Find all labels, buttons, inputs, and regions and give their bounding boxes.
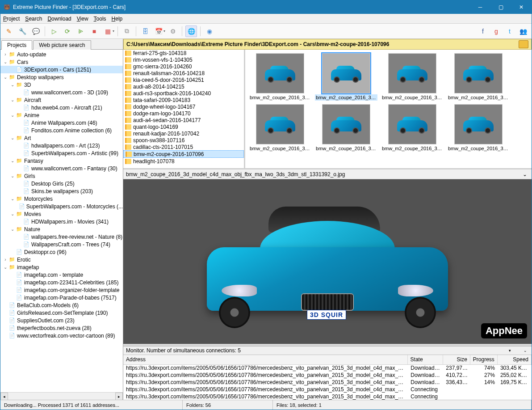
notes-button[interactable]: 💬 [30, 25, 42, 37]
monitor-dropdown-icon[interactable]: ▾ [507, 348, 513, 353]
facebook-icon[interactable]: f [477, 25, 489, 37]
tree-item[interactable]: 📄GirlsReleased.com-SetTemplate (190) [0, 309, 123, 317]
folder-item[interactable]: audi-a4-sedan-2016-104177 [123, 117, 244, 123]
tree-item[interactable]: 📄HDWallpapers.im - Movies (341) [0, 218, 123, 225]
tree-item[interactable]: 📄BellaClub.com-Models (6) [0, 301, 123, 309]
tree-item[interactable]: 📄Desktop Girls (25) [0, 180, 123, 187]
project-tree[interactable]: ›📁Auto-update⌄📁Cars📄3DExport.com - Cars … [0, 50, 123, 392]
info-button[interactable]: ◉ [204, 25, 215, 37]
minimize-button[interactable]: ─ [470, 0, 490, 14]
tab-projects[interactable]: Projects [1, 40, 32, 50]
maximize-button[interactable]: ▢ [490, 0, 511, 14]
download-row[interactable]: https://ru.3dexport.com/items/2005/05/06… [123, 386, 532, 393]
preview-dropdown-icon[interactable]: ⌄ [521, 171, 529, 178]
tree-item[interactable]: ⌄📁Fantasy [0, 157, 123, 165]
download-row[interactable]: https://ru.3dexport.com/items/2005/05/06… [123, 372, 532, 379]
menu-help[interactable]: Help [112, 16, 123, 22]
caret-icon[interactable]: ⌄ [9, 82, 16, 87]
col-speed[interactable]: Speed [498, 355, 532, 364]
caret-icon[interactable]: ⌄ [2, 75, 8, 80]
folder-item[interactable]: quant-logo-104169 [123, 123, 244, 130]
scroll-left-icon[interactable]: ◂ [0, 393, 8, 400]
thumbnail[interactable]: bmw_m2_coupe_2016_3d... [315, 53, 377, 101]
folder-item[interactable]: headlight-107078 [123, 158, 244, 165]
tree-item[interactable]: ⌄📁Desktop wallpapers [0, 73, 123, 81]
tree-item[interactable]: 📄imagefap.com-Parade-of-babes (7517) [0, 294, 123, 301]
col-progress[interactable]: Progress [470, 355, 498, 364]
thumbnail[interactable]: bmw_m2_coupe_2016_3d... [315, 104, 377, 152]
folder-item[interactable]: spoon-sw388-107116 [123, 137, 244, 144]
downloads-body[interactable]: https://ru.3dexport.com/items/2005/05/06… [123, 365, 532, 400]
caret-icon[interactable]: ⌄ [9, 211, 16, 216]
download-row[interactable]: https://ru.3dexport.com/items/2005/05/06… [123, 365, 532, 372]
folder-item[interactable]: kia-ceed-5-door-2016-104251 [123, 76, 244, 83]
play-button[interactable]: ▷ [48, 25, 60, 37]
folder-item[interactable]: renault-kadjar-2016-107042 [123, 130, 244, 137]
thumbnail[interactable]: bmw_m2_coupe_2016_3d... [447, 53, 510, 101]
download-row[interactable]: https://ru.3dexport.com/items/2005/05/06… [123, 393, 532, 400]
folder-item[interactable]: audi-rs3-sportback-2016-104240 [123, 90, 244, 97]
close-button[interactable]: ✕ [511, 0, 532, 14]
tree-item[interactable]: 📄hdwallpapers.com - Art (123) [0, 142, 123, 149]
caret-icon[interactable]: ⌄ [2, 59, 8, 64]
col-address[interactable]: Address [123, 355, 408, 364]
tree-item[interactable]: ⌄📁Nature [0, 225, 123, 233]
folder-item[interactable]: tata-safari-2009-104183 [123, 97, 244, 103]
settings-button[interactable]: 🔧 [17, 25, 28, 37]
database-button[interactable]: 🗄 [139, 25, 151, 37]
menu-search[interactable]: Search [25, 16, 42, 22]
tree-item[interactable]: ⌄📁Art [0, 134, 123, 142]
step-button[interactable]: ⫸ [75, 25, 87, 37]
tree-item[interactable]: 📄SuperbWallpapers.com - Artistic (99) [0, 149, 123, 157]
tree-item[interactable]: 📄www.wallconvert.com - Fantasy (30) [0, 165, 123, 172]
caret-icon[interactable]: ⌄ [2, 265, 8, 270]
thumbnails-grid[interactable]: bmw_m2_coupe_2016_3d...bmw_m2_coupe_2016… [245, 50, 532, 168]
folder-item[interactable]: rim-vossen-vfs-1-104305 [123, 56, 244, 63]
tree-item[interactable]: 📄www.vectorfreak.com-vector-cartoon (89) [0, 332, 123, 339]
caret-icon[interactable]: ⌄ [9, 227, 16, 232]
tree-item[interactable]: ›📁Auto-update [0, 51, 123, 58]
caret-icon[interactable]: › [2, 52, 8, 57]
gear-button[interactable]: ⚙ [167, 25, 179, 37]
caret-icon[interactable]: ⌄ [9, 113, 16, 118]
tree-item[interactable]: ⌄📁Aircraft [0, 96, 123, 104]
support-icon[interactable]: 👥 [517, 25, 529, 37]
caret-icon[interactable]: ⌄ [9, 173, 16, 178]
folder-item[interactable]: renault-talisman-2016-104218 [123, 70, 244, 76]
folder-list[interactable]: ferrari-275-gts-104318rim-vossen-vfs-1-1… [123, 50, 245, 168]
tree-item[interactable]: 📄Skins.be wallpapers (203) [0, 187, 123, 195]
tree-item[interactable]: 📄hdw.eweb4.com - Aircraft (21) [0, 104, 123, 111]
thumbnail[interactable]: bmw_m2_coupe_2016_3d... [447, 104, 510, 152]
caret-icon[interactable]: ⌄ [9, 196, 16, 201]
menu-view[interactable]: View [77, 16, 88, 22]
scroll-right-icon[interactable]: ▸ [115, 393, 123, 400]
twitter-icon[interactable]: t [504, 25, 515, 37]
tab-web-search[interactable]: Web picture search [33, 40, 91, 50]
caret-icon[interactable]: ⌄ [9, 135, 16, 140]
refresh-button[interactable]: ⟳ [62, 25, 73, 37]
tree-item[interactable]: 📄WallpapersCraft.com - Trees (74) [0, 241, 123, 248]
thumbnail[interactable]: bmw_m2_coupe_2016_3d... [249, 53, 311, 101]
tree-item[interactable]: 📄imagefap.com-223411-Celebrities (185) [0, 279, 123, 286]
folder-item[interactable]: dodge-wheel-logo-104167 [123, 103, 244, 110]
thumbnail[interactable]: bmw_m2_coupe_2016_3d... [249, 104, 311, 152]
web-button[interactable]: 🌐 [185, 25, 197, 37]
monitor-collapse-icon[interactable]: ⌄ [522, 348, 529, 353]
tree-item[interactable]: 📄imagefap.com - template [0, 271, 123, 279]
tree-item[interactable]: ⌄📁imagefap [0, 263, 123, 271]
menu-tools[interactable]: Tools [94, 16, 106, 22]
tree-item[interactable]: 📄Fonditos.com Anime collection (6) [0, 127, 123, 134]
caret-icon[interactable]: › [2, 257, 8, 262]
menu-download[interactable]: Download [47, 16, 71, 22]
thumbnail[interactable]: bmw_m2_coupe_2016_3d... [381, 53, 444, 101]
folder-item[interactable]: dodge-ram-logo-104170 [123, 110, 244, 117]
tree-item[interactable]: ⌄📁Girls [0, 172, 123, 180]
folder-item[interactable]: cadillac-cts-2011-107015 [123, 144, 244, 150]
col-state[interactable]: State [408, 355, 443, 364]
folder-item[interactable]: gmc-sierra-2016-104260 [123, 63, 244, 70]
tree-item[interactable]: ›📁Erotic [0, 256, 123, 263]
new-project-button[interactable]: ✎ [3, 25, 15, 37]
open-folder-button[interactable] [519, 40, 528, 48]
tree-item[interactable]: 📄wallpapers.free-review.net - Nature (8) [0, 233, 123, 241]
thumbnail[interactable]: bmw_m2_coupe_2016_3d... [381, 104, 444, 152]
